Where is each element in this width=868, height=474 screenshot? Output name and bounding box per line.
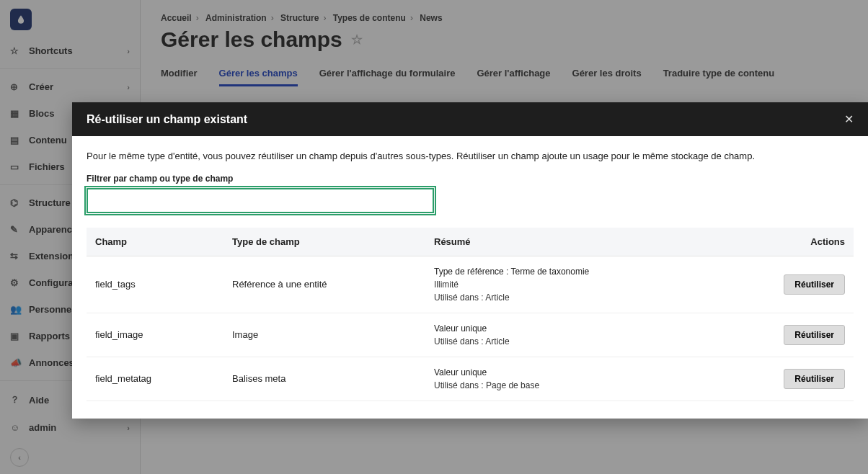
modal-header: Ré-utiliser un champ existant ✕ (72, 102, 868, 136)
table-row: field_tags Référence à une entité Type d… (87, 256, 854, 313)
cell-summary: Type de référence : Terme de taxonomie I… (425, 256, 745, 313)
modal-description: Pour le même type d'entité, vous pouvez … (87, 149, 854, 164)
reuse-field-modal: Ré-utiliser un champ existant ✕ Pour le … (72, 102, 868, 419)
reuse-button[interactable]: Réutiliser (784, 369, 845, 389)
table-row: field_image Image Valeur unique Utilisé … (87, 313, 854, 357)
cell-type: Référence à une entité (223, 256, 425, 313)
col-actions: Actions (745, 228, 854, 256)
filter-label: Filtrer par champ ou type de champ (87, 174, 854, 184)
modal-title: Ré-utiliser un champ existant (87, 113, 247, 126)
fields-table: Champ Type de champ Résumé Actions field… (87, 228, 854, 401)
table-row: field_metatag Balises meta Valeur unique… (87, 357, 854, 401)
cell-summary: Valeur unique Utilisé dans : Article (425, 313, 745, 357)
col-summary: Résumé (425, 228, 745, 256)
cell-field: field_metatag (87, 357, 223, 401)
cell-type: Balises meta (223, 357, 425, 401)
close-icon[interactable]: ✕ (844, 112, 854, 126)
cell-type: Image (223, 313, 425, 357)
cell-summary: Valeur unique Utilisé dans : Page de bas… (425, 357, 745, 401)
cell-field: field_image (87, 313, 223, 357)
filter-input[interactable] (87, 188, 434, 213)
reuse-button[interactable]: Réutiliser (784, 274, 845, 295)
reuse-button[interactable]: Réutiliser (784, 325, 845, 345)
cell-field: field_tags (87, 256, 223, 313)
col-type: Type de champ (223, 228, 425, 256)
col-field: Champ (87, 228, 223, 256)
